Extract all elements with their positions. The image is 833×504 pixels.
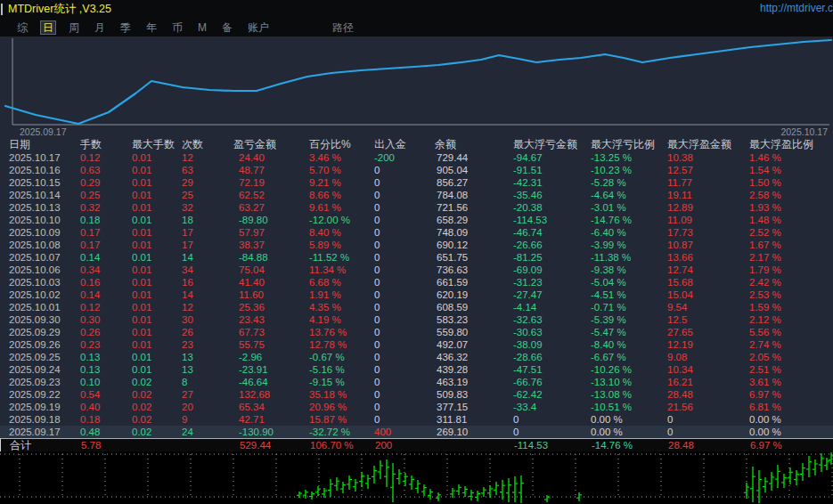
- cell: 1.91 %: [309, 289, 374, 301]
- menu-item-3[interactable]: 周: [66, 20, 82, 35]
- menu-item-1[interactable]: 综: [14, 20, 30, 35]
- cell: -14.76 %: [591, 214, 667, 226]
- cell: -5.16 %: [309, 363, 374, 376]
- cell: 20: [182, 401, 233, 413]
- cell: 2.53 %: [749, 289, 829, 301]
- menu-item-8[interactable]: M: [195, 20, 209, 35]
- table-total-row: 合计5.78529.44106.70 %200-114.53-14.76 %28…: [0, 438, 833, 451]
- menu-item-path[interactable]: 路径: [330, 20, 356, 35]
- cell: -0.71 %: [591, 301, 667, 313]
- cell: -32.72 %: [309, 426, 374, 438]
- cell: 0: [513, 413, 591, 426]
- cell: -4.14: [513, 301, 591, 313]
- cell: 0.02: [132, 388, 182, 401]
- cell: -30.63: [513, 326, 591, 338]
- table-row[interactable]: 2025.10.070.140.0114-84.88-11.52 %0651.7…: [0, 251, 833, 264]
- menu-item-10[interactable]: 账户: [245, 20, 272, 35]
- table-row[interactable]: 2025.10.030.160.011641.406.68 %0661.59-3…: [0, 276, 833, 289]
- cell: [436, 439, 514, 451]
- table-row[interactable]: 2025.09.220.540.0227132.6835.18 %0509.83…: [0, 388, 833, 401]
- table-row[interactable]: 2025.09.180.180.02942.7115.87 %0311.8100…: [0, 413, 833, 426]
- cell: 10.38: [667, 151, 749, 164]
- table-row[interactable]: 2025.09.170.480.0224-130.90-32.72 %40026…: [0, 426, 833, 438]
- cell: 0.01: [132, 338, 182, 351]
- menu-item-5[interactable]: 季: [118, 20, 134, 35]
- cell: 2025.09.19: [9, 401, 80, 413]
- cell: 9.21 %: [309, 176, 374, 189]
- cell: -42.31: [513, 176, 591, 189]
- menu-item-7[interactable]: 币: [169, 20, 185, 35]
- cell: 3.46 %: [309, 151, 374, 164]
- table-row[interactable]: 2025.10.080.170.011738.375.89 %0690.12-2…: [0, 239, 833, 251]
- cell: 690.12: [435, 239, 513, 251]
- cell: -46.64: [233, 376, 309, 388]
- cell: 17: [182, 239, 233, 251]
- cell: 608.59: [435, 301, 513, 313]
- cell: 0.02: [132, 401, 182, 413]
- cell: 13: [182, 363, 233, 376]
- cell: 0.12: [80, 151, 132, 164]
- cell: 1.46 %: [749, 151, 829, 164]
- cell: 0: [374, 239, 435, 251]
- table-row[interactable]: 2025.10.170.120.011224.403.46 %-200729.4…: [0, 151, 833, 164]
- cell: 10.87: [667, 239, 749, 251]
- cell: -114.53: [514, 439, 592, 451]
- table-row[interactable]: 2025.10.010.120.011225.364.35 %0608.59-4…: [0, 301, 833, 313]
- cell: -10.23 %: [591, 164, 667, 176]
- vendor-url-link[interactable]: http://mtdriver.c: [760, 2, 833, 14]
- cell: 9: [182, 413, 233, 426]
- cell: 19.11: [667, 189, 749, 201]
- menu-item-6[interactable]: 年: [143, 20, 159, 35]
- cell: 0: [374, 226, 435, 239]
- table-row[interactable]: 2025.09.240.130.0113-23.91-5.16 %0439.28…: [0, 363, 833, 376]
- table-row[interactable]: 2025.10.090.170.011757.978.40 %0748.09-4…: [0, 226, 833, 239]
- cell: 21.56: [667, 401, 749, 413]
- cell: -5.28 %: [591, 176, 667, 189]
- cell: 13.66: [667, 251, 749, 264]
- menu-item-2[interactable]: 日: [40, 20, 56, 35]
- cell: 24.40: [233, 151, 309, 164]
- menu-item-9[interactable]: 备: [219, 20, 235, 35]
- table-row[interactable]: 2025.09.300.300.013023.434.19 %0583.23-3…: [0, 313, 833, 326]
- table-row[interactable]: 2025.10.160.630.016348.775.70 %0905.04-9…: [0, 164, 833, 176]
- equity-curve-chart: 2025.09.17 2025.10.17: [0, 37, 833, 138]
- table-row[interactable]: 2025.10.130.320.013263.279.61 %0721.56-2…: [0, 201, 833, 214]
- cell: 15.04: [667, 289, 749, 301]
- cell: 132.68: [233, 388, 309, 401]
- cell: -46.74: [513, 226, 591, 239]
- table-row[interactable]: 2025.10.150.290.012972.199.21 %0856.27-4…: [0, 176, 833, 189]
- column-header: 最大浮亏比例: [591, 138, 667, 151]
- cell: 5.78: [81, 439, 133, 451]
- cell: 0.01: [132, 313, 182, 326]
- cell: 12.78 %: [309, 338, 374, 351]
- table-row[interactable]: 2025.10.100.180.0118-89.80-12.00 %0658.2…: [0, 214, 833, 226]
- cell: -47.51: [513, 363, 591, 376]
- cell: 0.01: [132, 201, 182, 214]
- table-row[interactable]: 2025.09.230.100.028-46.64-9.15 %0463.19-…: [0, 376, 833, 388]
- table-row[interactable]: 2025.09.260.230.012355.7512.78 %0492.07-…: [0, 338, 833, 351]
- equity-curve-svg: [0, 37, 833, 138]
- table-row[interactable]: 2025.09.190.400.022065.3420.96 %0377.15-…: [0, 401, 833, 413]
- table-row[interactable]: 2025.09.290.260.012667.7313.76 %0559.80-…: [0, 326, 833, 338]
- table-row[interactable]: 2025.10.140.250.012562.528.66 %0784.08-3…: [0, 189, 833, 201]
- cell: 1.67 %: [749, 239, 829, 251]
- cell: 0.02: [132, 413, 182, 426]
- cell: 6.97 %: [749, 388, 829, 401]
- cell: 0.13: [80, 351, 132, 363]
- cell: 0.01: [132, 214, 182, 226]
- cell: 2.05 %: [749, 351, 829, 363]
- cell: 32: [182, 201, 233, 214]
- cell: 16.21: [667, 376, 749, 388]
- cell: -32.63: [513, 313, 591, 326]
- cell: 41.40: [233, 276, 309, 289]
- table-row[interactable]: 2025.09.250.130.0113-2.96-0.67 %0436.32-…: [0, 351, 833, 363]
- cell: -6.67 %: [591, 351, 667, 363]
- cell: 2025.09.17: [9, 426, 80, 438]
- table-row[interactable]: 2025.10.060.340.013475.0411.34 %0736.63-…: [0, 264, 833, 276]
- cell: 658.29: [435, 214, 513, 226]
- table-row[interactable]: 2025.10.020.140.011411.601.91 %0620.19-2…: [0, 289, 833, 301]
- cell: 0: [374, 376, 435, 388]
- menu-item-4[interactable]: 月: [92, 20, 108, 35]
- cell: 0.18: [80, 413, 132, 426]
- cell: 65.34: [233, 401, 309, 413]
